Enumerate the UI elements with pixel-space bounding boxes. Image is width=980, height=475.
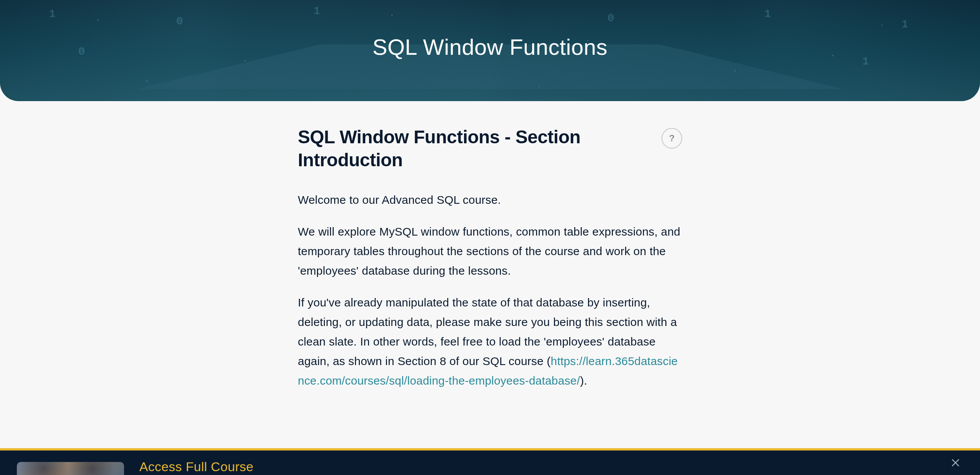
paragraph-3-suffix: ). <box>580 374 587 387</box>
help-icon: ? <box>669 133 675 144</box>
help-button[interactable]: ? <box>662 128 682 149</box>
banner-close-button[interactable] <box>948 455 963 470</box>
content-area: SQL Window Functions - Section Introduct… <box>298 101 682 472</box>
paragraph-3: If you've already manipulated the state … <box>298 293 682 390</box>
close-icon <box>950 457 961 468</box>
section-title: SQL Window Functions - Section Introduct… <box>298 126 652 172</box>
content-header: SQL Window Functions - Section Introduct… <box>298 126 682 172</box>
hero-banner: 10101101 SQL Window Functions <box>0 0 980 101</box>
hero-title: SQL Window Functions <box>372 34 608 60</box>
banner-title: Access Full Course <box>139 459 253 472</box>
paragraph-1: Welcome to our Advanced SQL course. <box>298 190 682 210</box>
paragraph-2: We will explore MySQL window functions, … <box>298 222 682 280</box>
course-thumbnail[interactable] <box>17 462 124 472</box>
footer-banner: Access Full Course <box>0 450 980 472</box>
